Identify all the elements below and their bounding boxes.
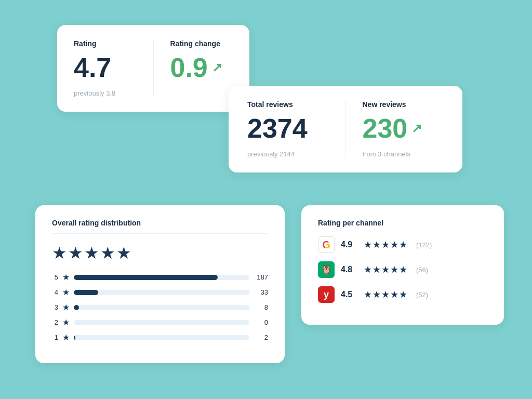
new-reviews-label: New reviews: [363, 100, 444, 109]
total-reviews-sub: previously 2144: [247, 150, 329, 158]
yelp-count: (52): [416, 291, 428, 299]
total-reviews-label: Total reviews: [247, 100, 329, 109]
rating-value: 4.7: [74, 54, 137, 81]
bar-star-2: ★: [62, 317, 70, 327]
google-rating: 4.9: [341, 240, 357, 249]
yelp-rating: 4.5: [341, 290, 357, 299]
bar-count-3: 8: [254, 303, 268, 311]
bar-row-2: 2 ★ 0: [52, 317, 268, 327]
channel-row-google: G 4.9 ★★★★★ (122): [318, 236, 487, 253]
bar-count-1: 2: [254, 334, 268, 341]
google-icon: G: [318, 236, 335, 253]
bar-track-5: [74, 275, 249, 280]
bar-count-5: 187: [254, 273, 268, 281]
bar-track-3: [74, 305, 249, 310]
distribution-stars: ★★★★★: [52, 243, 268, 263]
new-reviews-sub: from 3 channels: [363, 150, 444, 158]
tripadvisor-icon: 🦉: [318, 261, 335, 278]
tripadvisor-stars: ★★★★★: [364, 264, 408, 275]
bar-label-5: 5: [52, 273, 58, 281]
rating-change-metric: Rating change 0.9 ↗: [170, 39, 233, 97]
rating-card: Rating 4.7 previously 3.8 Rating change …: [57, 25, 249, 112]
bar-fill-1: [74, 335, 75, 340]
card-divider-2: [345, 100, 346, 158]
bar-label-3: 3: [52, 303, 58, 311]
bar-row-4: 4 ★ 33: [52, 287, 268, 297]
bar-label-4: 4: [52, 288, 58, 296]
channel-title: Rating per channel: [318, 219, 487, 227]
bar-star-1: ★: [62, 332, 70, 342]
new-reviews-metric: New reviews 230 ↗ from 3 channels: [363, 100, 444, 158]
rating-label: Rating: [74, 39, 137, 48]
bar-count-2: 0: [254, 318, 268, 326]
bar-fill-5: [74, 275, 218, 280]
google-stars: ★★★★★: [364, 239, 408, 250]
bar-count-4: 33: [254, 288, 268, 296]
bar-label-1: 1: [52, 334, 58, 341]
rating-metric: Rating 4.7 previously 3.8: [74, 39, 137, 97]
card-divider: [153, 39, 154, 97]
distribution-card: Overall rating distribution ★★★★★ 5 ★ 18…: [35, 205, 285, 363]
yelp-icon: y: [318, 286, 335, 303]
bar-row-5: 5 ★ 187: [52, 272, 268, 282]
total-reviews-value: 2374: [247, 115, 329, 142]
channel-row-tripadvisor: 🦉 4.8 ★★★★★ (56): [318, 261, 487, 278]
bar-star-4: ★: [62, 287, 70, 297]
bar-fill-3: [74, 305, 79, 310]
google-count: (122): [416, 241, 432, 249]
dist-separator: [52, 233, 268, 234]
new-reviews-trend-icon: ↗: [411, 122, 422, 135]
bar-fill-4: [74, 290, 98, 295]
bar-label-2: 2: [52, 318, 58, 326]
bar-track-2: [74, 320, 249, 325]
bar-star-5: ★: [62, 272, 70, 282]
distribution-title: Overall rating distribution: [52, 219, 268, 227]
bar-row-1: 1 ★ 2: [52, 332, 268, 342]
bar-row-3: 3 ★ 8: [52, 302, 268, 312]
reviews-card: Total reviews 2374 previously 2144 New r…: [229, 86, 462, 172]
yelp-stars: ★★★★★: [364, 289, 408, 300]
total-reviews-metric: Total reviews 2374 previously 2144: [247, 100, 329, 158]
tripadvisor-count: (56): [416, 266, 428, 274]
bar-track-1: [74, 335, 249, 340]
channel-card: Rating per channel G 4.9 ★★★★★ (122) 🦉 4…: [301, 205, 504, 325]
channel-row-yelp: y 4.5 ★★★★★ (52): [318, 286, 487, 303]
rating-change-label: Rating change: [170, 39, 233, 48]
rating-change-value: 0.9 ↗: [170, 54, 233, 81]
bar-track-4: [74, 290, 249, 295]
bar-star-3: ★: [62, 302, 70, 312]
rating-sub: previously 3.8: [74, 89, 137, 97]
new-reviews-value: 230 ↗: [363, 115, 444, 142]
tripadvisor-rating: 4.8: [341, 265, 357, 274]
trend-up-icon: ↗: [212, 61, 222, 74]
